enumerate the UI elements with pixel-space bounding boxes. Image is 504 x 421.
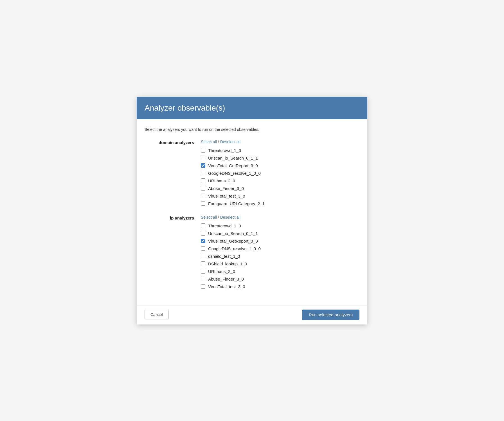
checkbox-label-ip-1: Urlscan_io_Search_0_1_1: [208, 231, 258, 236]
modal-footer: Cancel Run selected analyzers: [137, 305, 367, 324]
checkbox-domain-6[interactable]: [201, 194, 205, 198]
checkbox-item: Fortiguard_URLCategory_2_1: [201, 201, 265, 206]
checkbox-item: dshield_test_1_0: [201, 254, 261, 259]
checkbox-item: Abuse_Finder_3_0: [201, 277, 261, 281]
select-all-ip[interactable]: Select all: [201, 215, 217, 220]
modal-title: Analyzer observable(s): [145, 104, 359, 113]
checkbox-ip-0[interactable]: [201, 223, 205, 228]
checkbox-ip-8[interactable]: [201, 284, 205, 289]
checkbox-item: DShield_lookup_1_0: [201, 261, 261, 266]
deselect-all-domain[interactable]: Deselect all: [220, 140, 240, 144]
section-row-domain: domain analyzersSelect all/Deselect allT…: [145, 140, 359, 206]
section-ip: ip analyzersSelect all/Deselect allThrea…: [145, 215, 359, 289]
checkbox-domain-7[interactable]: [201, 201, 205, 206]
select-all-domain[interactable]: Select all: [201, 140, 217, 144]
checkbox-domain-2[interactable]: [201, 163, 205, 168]
checkbox-label-domain-4: URLhaus_2_0: [208, 178, 235, 183]
modal-header: Analyzer observable(s): [137, 97, 367, 119]
analyzer-modal: Analyzer observable(s) Select the analyz…: [137, 97, 367, 324]
checkbox-ip-3[interactable]: [201, 246, 205, 251]
select-links-domain: Select all/Deselect all: [201, 140, 265, 144]
cancel-button[interactable]: Cancel: [145, 310, 169, 319]
run-button[interactable]: Run selected analyzers: [302, 310, 359, 320]
section-controls-domain: Select all/Deselect allThreatcrowd_1_0Ur…: [201, 140, 265, 206]
checkbox-item: Urlscan_io_Search_0_1_1: [201, 156, 265, 160]
checkbox-item: VirusTotal_test_3_0: [201, 284, 261, 289]
modal-description: Select the analyzers you want to run on …: [145, 127, 359, 132]
checkbox-label-domain-1: Urlscan_io_Search_0_1_1: [208, 156, 258, 160]
checkbox-label-ip-4: dshield_test_1_0: [208, 254, 240, 259]
checkbox-domain-5[interactable]: [201, 186, 205, 191]
section-domain: domain analyzersSelect all/Deselect allT…: [145, 140, 359, 206]
modal-body: Select the analyzers you want to run on …: [137, 119, 367, 305]
checkbox-domain-1[interactable]: [201, 156, 205, 160]
checkbox-label-domain-7: Fortiguard_URLCategory_2_1: [208, 201, 265, 206]
checkbox-domain-3[interactable]: [201, 171, 205, 175]
checkbox-label-ip-2: VirusTotal_GetReport_3_0: [208, 239, 258, 243]
select-links-ip: Select all/Deselect all: [201, 215, 261, 220]
checkbox-item: Abuse_Finder_3_0: [201, 186, 265, 191]
checkbox-item: Urlscan_io_Search_0_1_1: [201, 231, 261, 236]
checkbox-ip-6[interactable]: [201, 269, 205, 274]
checkbox-item: GoogleDNS_resolve_1_0_0: [201, 171, 265, 176]
checkbox-label-ip-0: Threatcrowd_1_0: [208, 223, 241, 228]
checkbox-item: Threatcrowd_1_0: [201, 223, 261, 228]
checkbox-ip-2[interactable]: [201, 239, 205, 243]
checkbox-ip-1[interactable]: [201, 231, 205, 236]
checkbox-label-ip-8: VirusTotal_test_3_0: [208, 284, 245, 289]
checkbox-item: Threatcrowd_1_0: [201, 148, 265, 153]
checkboxes-domain: Threatcrowd_1_0Urlscan_io_Search_0_1_1Vi…: [201, 148, 265, 206]
checkbox-domain-0[interactable]: [201, 148, 205, 153]
checkbox-label-ip-6: URLhaus_2_0: [208, 269, 235, 274]
section-controls-ip: Select all/Deselect allThreatcrowd_1_0Ur…: [201, 215, 261, 289]
section-label-domain: domain analyzers: [145, 140, 201, 145]
deselect-all-ip[interactable]: Deselect all: [220, 215, 240, 220]
checkbox-label-domain-3: GoogleDNS_resolve_1_0_0: [208, 171, 261, 176]
checkbox-domain-4[interactable]: [201, 178, 205, 183]
checkbox-label-ip-3: GoogleDNS_resolve_1_0_0: [208, 246, 261, 251]
checkboxes-ip: Threatcrowd_1_0Urlscan_io_Search_0_1_1Vi…: [201, 223, 261, 289]
checkbox-item: GoogleDNS_resolve_1_0_0: [201, 246, 261, 251]
checkbox-ip-5[interactable]: [201, 261, 205, 266]
checkbox-item: URLhaus_2_0: [201, 178, 265, 183]
checkbox-item: VirusTotal_GetReport_3_0: [201, 163, 265, 168]
checkbox-label-ip-5: DShield_lookup_1_0: [208, 261, 247, 266]
section-row-ip: ip analyzersSelect all/Deselect allThrea…: [145, 215, 359, 289]
checkbox-label-domain-2: VirusTotal_GetReport_3_0: [208, 163, 258, 168]
checkbox-ip-4[interactable]: [201, 254, 205, 258]
sections-container: domain analyzersSelect all/Deselect allT…: [145, 140, 359, 289]
checkbox-label-ip-7: Abuse_Finder_3_0: [208, 277, 244, 281]
checkbox-item: VirusTotal_GetReport_3_0: [201, 239, 261, 243]
checkbox-label-domain-0: Threatcrowd_1_0: [208, 148, 241, 153]
checkbox-label-domain-6: VirusTotal_test_3_0: [208, 194, 245, 198]
checkbox-item: VirusTotal_test_3_0: [201, 194, 265, 198]
checkbox-label-domain-5: Abuse_Finder_3_0: [208, 186, 244, 191]
checkbox-item: URLhaus_2_0: [201, 269, 261, 274]
checkbox-ip-7[interactable]: [201, 277, 205, 281]
section-label-ip: ip analyzers: [145, 215, 201, 220]
